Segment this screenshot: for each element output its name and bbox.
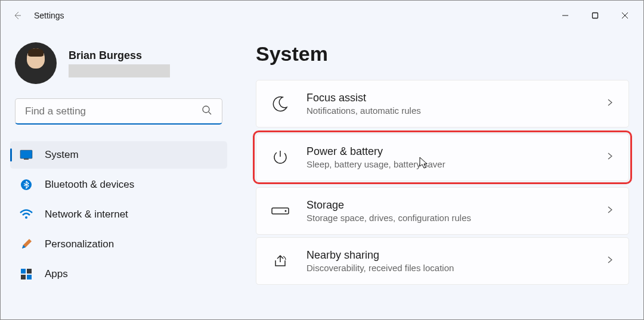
sidebar: Brian Burgess System xyxy=(5,30,232,315)
svg-point-17 xyxy=(285,210,287,212)
app-title: Settings xyxy=(34,11,64,20)
profile-email-redacted xyxy=(69,64,170,77)
search-box[interactable] xyxy=(15,98,222,125)
setting-desc: Notifications, automatic rules xyxy=(306,105,589,116)
svg-rect-7 xyxy=(24,159,29,160)
setting-desc: Discoverability, received files location xyxy=(306,263,589,273)
maximize-icon xyxy=(592,12,599,19)
close-icon xyxy=(621,12,628,19)
paintbrush-icon xyxy=(20,238,33,251)
svg-rect-10 xyxy=(21,269,26,274)
svg-rect-1 xyxy=(593,13,598,18)
sidebar-item-label: System xyxy=(45,149,79,161)
setting-text: Power & battery Sleep, battery usage, ba… xyxy=(306,145,589,169)
moon-icon xyxy=(271,94,290,113)
main-content: System Focus assist Notifications, autom… xyxy=(232,30,639,315)
setting-card-nearby-sharing[interactable]: Nearby sharing Discoverability, received… xyxy=(256,237,629,285)
chevron-right-icon xyxy=(606,206,614,216)
nav-list: System Bluetooth & devices Network & int… xyxy=(10,141,227,288)
close-button[interactable] xyxy=(611,6,639,25)
search-icon xyxy=(202,105,212,118)
search-input[interactable] xyxy=(25,105,202,117)
sidebar-item-label: Bluetooth & devices xyxy=(45,179,134,191)
setting-desc: Sleep, battery usage, battery saver xyxy=(306,159,589,169)
setting-title: Focus assist xyxy=(306,92,589,104)
window-controls xyxy=(552,6,639,25)
setting-text: Storage Storage space, drives, configura… xyxy=(306,199,589,223)
settings-list: Focus assist Notifications, automatic ru… xyxy=(256,80,629,285)
system-icon xyxy=(20,148,33,161)
profile[interactable]: Brian Burgess xyxy=(15,42,227,84)
svg-rect-13 xyxy=(27,275,32,279)
profile-name: Brian Burgess xyxy=(69,49,170,62)
wifi-icon xyxy=(20,208,33,221)
share-icon xyxy=(271,251,290,271)
chevron-right-icon xyxy=(606,256,614,266)
minimize-icon xyxy=(562,12,569,19)
back-button[interactable] xyxy=(5,4,29,27)
svg-rect-12 xyxy=(21,275,26,279)
svg-point-4 xyxy=(203,106,209,113)
sidebar-item-personalization[interactable]: Personalization xyxy=(10,231,227,258)
setting-desc: Storage space, drives, configuration rul… xyxy=(306,213,589,223)
minimize-button[interactable] xyxy=(552,6,579,25)
svg-rect-11 xyxy=(27,269,32,274)
sidebar-item-label: Network & internet xyxy=(45,209,128,220)
page-title: System xyxy=(256,42,629,66)
sidebar-item-apps[interactable]: Apps xyxy=(10,260,227,288)
setting-card-storage[interactable]: Storage Storage space, drives, configura… xyxy=(256,187,629,235)
storage-icon xyxy=(271,201,290,220)
sidebar-item-system[interactable]: System xyxy=(10,141,227,169)
setting-card-focus-assist[interactable]: Focus assist Notifications, automatic ru… xyxy=(256,80,629,128)
svg-line-5 xyxy=(209,112,211,114)
sidebar-item-label: Apps xyxy=(45,268,68,280)
svg-point-9 xyxy=(25,216,27,219)
setting-title: Nearby sharing xyxy=(306,249,589,262)
search-container xyxy=(15,98,222,125)
power-icon xyxy=(271,148,290,167)
bluetooth-icon xyxy=(20,178,33,191)
chevron-right-icon xyxy=(606,98,614,109)
chevron-right-icon xyxy=(606,152,614,163)
setting-text: Nearby sharing Discoverability, received… xyxy=(306,249,589,273)
avatar xyxy=(15,42,57,84)
sidebar-item-bluetooth[interactable]: Bluetooth & devices xyxy=(10,171,227,198)
svg-rect-6 xyxy=(20,150,32,159)
profile-text: Brian Burgess xyxy=(69,49,170,77)
setting-title: Power & battery xyxy=(306,145,589,158)
sidebar-item-label: Personalization xyxy=(45,238,114,250)
apps-icon xyxy=(20,268,33,281)
sidebar-item-network[interactable]: Network & internet xyxy=(10,201,227,228)
setting-card-power-battery[interactable]: Power & battery Sleep, battery usage, ba… xyxy=(256,133,629,181)
back-arrow-icon xyxy=(13,11,22,20)
maximize-button[interactable] xyxy=(581,6,609,25)
titlebar: Settings xyxy=(1,1,643,30)
setting-text: Focus assist Notifications, automatic ru… xyxy=(306,92,589,116)
setting-title: Storage xyxy=(306,199,589,212)
